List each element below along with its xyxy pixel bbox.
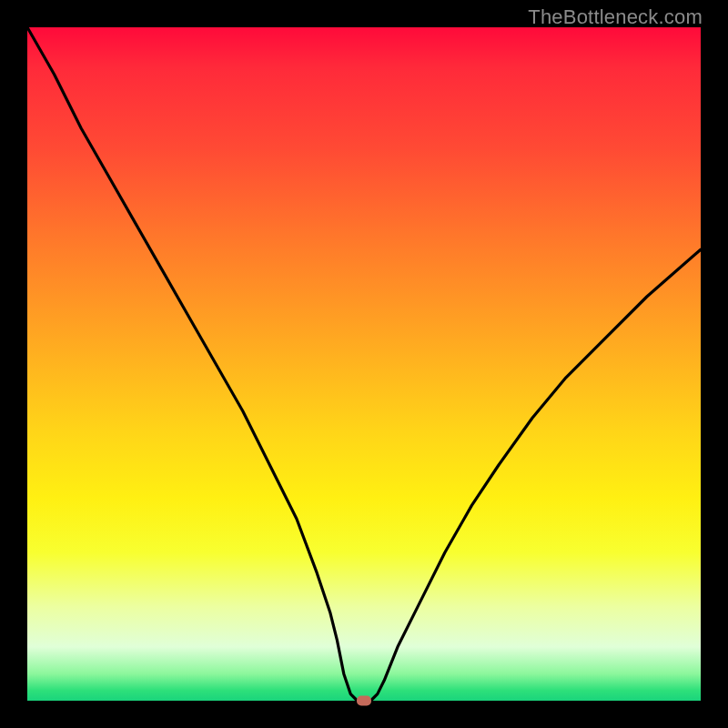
bottleneck-curve (27, 27, 701, 701)
optimal-point-marker (357, 696, 371, 706)
watermark-text: TheBottleneck.com (528, 5, 703, 29)
chart-frame: TheBottleneck.com (0, 0, 728, 728)
plot-area (27, 27, 701, 701)
